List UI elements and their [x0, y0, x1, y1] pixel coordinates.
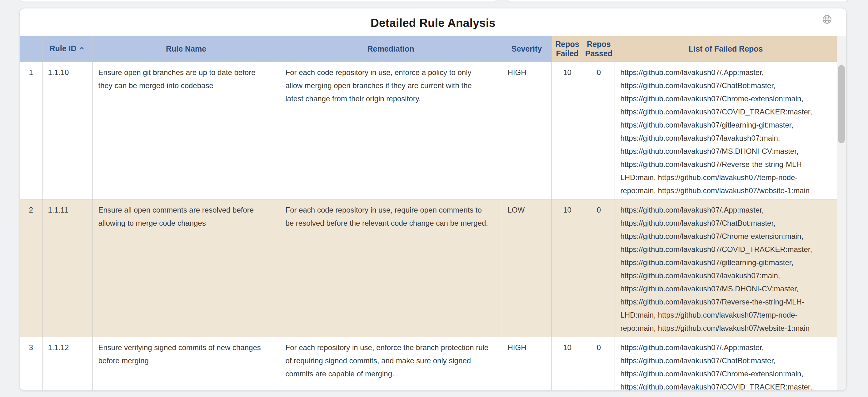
remediation-cell: For each code repository in use, enforce… [280, 62, 502, 200]
rule-name-cell: Ensure verifying signed commits of new c… [92, 337, 280, 391]
rule-name-cell: Ensure open git branches are up to date … [92, 62, 280, 200]
table-row: 2 1.1.11 Ensure all open comments are re… [20, 200, 837, 337]
column-header-repos-failed[interactable]: Repos Failed [552, 36, 583, 62]
page-title: Detailed Rule Analysis [20, 17, 846, 30]
column-header-failed-repos[interactable]: List of Failed Repos [615, 36, 837, 62]
column-header-rule-name[interactable]: Rule Name [92, 36, 280, 62]
failed-repos-cell: https://github.com/lavakush07/.App:maste… [615, 62, 837, 200]
severity-cell: HIGH [502, 337, 552, 391]
column-header-rule-id-label: Rule ID [50, 44, 76, 53]
remediation-cell: For each code repository in use, require… [280, 200, 502, 337]
column-header-severity[interactable]: Severity [502, 36, 552, 62]
upper-card-right-edge [506, 0, 848, 2]
remediation-cell: For each repository in use, enforce the … [280, 337, 502, 391]
upper-card-left-edge [20, 0, 498, 2]
globe-icon[interactable] [822, 14, 832, 25]
severity-cell: LOW [502, 200, 552, 337]
repos-passed-cell: 0 [583, 62, 615, 200]
failed-repos-cell: https://github.com/lavakush07/.App:maste… [615, 200, 837, 337]
rule-id-cell: 1.1.10 [42, 62, 92, 200]
column-header-remediation[interactable]: Remediation [280, 36, 502, 62]
repos-passed-cell: 0 [583, 337, 615, 391]
severity-cell: HIGH [502, 62, 552, 200]
repos-passed-cell: 0 [583, 200, 615, 337]
table-scrollbar[interactable] [837, 36, 846, 391]
table-row: 3 1.1.12 Ensure verifying signed commits… [20, 337, 837, 391]
row-index: 1 [20, 62, 42, 200]
scrollbar-thumb[interactable] [838, 65, 845, 143]
repos-failed-cell: 10 [552, 337, 583, 391]
row-index: 2 [20, 200, 42, 337]
row-index: 3 [20, 337, 42, 391]
repos-failed-cell: 10 [552, 200, 583, 337]
rule-id-cell: 1.1.11 [42, 200, 92, 337]
failed-repos-cell: https://github.com/lavakush07/.App:maste… [615, 337, 837, 391]
sort-asc-icon [79, 44, 85, 54]
column-header-index [20, 36, 42, 62]
table-row: 1 1.1.10 Ensure open git branches are up… [20, 62, 837, 200]
rule-analysis-table: Rule ID Rule Name Remediation Severity R… [20, 36, 837, 391]
detailed-rule-analysis-card: Detailed Rule Analysis [20, 8, 846, 391]
table-header-row: Rule ID Rule Name Remediation Severity R… [20, 36, 837, 62]
rule-name-cell: Ensure all open comments are resolved be… [92, 200, 280, 337]
column-header-repos-passed[interactable]: Repos Passed [583, 36, 615, 62]
repos-failed-cell: 10 [552, 62, 583, 200]
column-header-rule-id[interactable]: Rule ID [42, 36, 92, 62]
rule-id-cell: 1.1.12 [42, 337, 92, 391]
